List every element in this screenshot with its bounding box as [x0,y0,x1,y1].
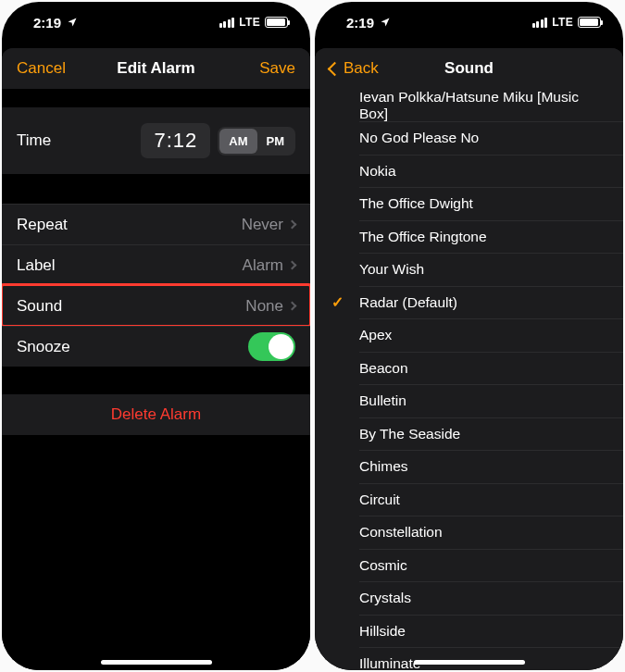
battery-icon [578,17,601,28]
sound-item-label: The Office Dwight [359,195,473,212]
repeat-label: Repeat [17,216,68,234]
sound-item[interactable]: ✓Radar (Default) [315,286,623,319]
sound-item[interactable]: Ievan Polkka/Hatsune Miku [Music Box] [315,89,623,122]
sound-item-label: Circuit [359,492,400,508]
home-indicator[interactable] [414,660,525,665]
sound-item-label: Chimes [359,458,408,475]
time-value-field[interactable]: 7:12 [141,123,210,158]
time-row: Time 7:12 AM PM [2,107,310,174]
sound-item-label: Cosmic [359,557,407,574]
delete-alarm-button[interactable]: Delete Alarm [2,394,310,435]
label-row[interactable]: Label Alarm [2,244,310,285]
sound-row[interactable]: Sound None [2,285,310,326]
back-button[interactable]: Back [330,59,379,78]
sound-item[interactable]: Bulletin [315,385,623,418]
battery-icon [265,17,288,28]
cell-signal-icon [219,18,235,28]
check-icon: ✓ [331,293,344,311]
sound-item-label: No God Please No [359,130,479,146]
sound-item-label: Your Wish [359,261,424,278]
status-time: 2:19 [346,15,374,31]
chevron-right-icon [288,302,297,311]
sound-item[interactable]: By The Seaside [315,417,623,451]
repeat-row[interactable]: Repeat Never [2,204,310,244]
sound-value: None [245,297,283,316]
sound-item[interactable]: Circuit [315,483,623,516]
cancel-button[interactable]: Cancel [17,59,66,78]
sound-item[interactable]: Nokia [315,155,623,188]
pm-option[interactable]: PM [257,129,294,154]
am-option[interactable]: AM [219,129,256,154]
nav-bar: Back Sound [315,48,623,89]
sound-item-label: Apex [359,327,392,343]
sound-item[interactable]: Your Wish [315,254,623,287]
phone-edit-alarm: 2:19 LTE Cancel Edit Alarm Save [2,2,310,670]
sound-item-label: By The Seaside [359,426,460,442]
chevron-right-icon [288,220,297,230]
status-time: 2:19 [33,15,61,31]
sound-item[interactable]: Apex [315,319,623,353]
label-label: Label [17,256,56,275]
cell-signal-icon [532,18,548,28]
sound-item-label: Crystals [359,590,411,606]
nav-bar: Cancel Edit Alarm Save [2,48,310,89]
sound-item-label: Hillside [359,623,406,640]
sound-item-label: Illuminate [359,655,420,670]
sound-item-label: Beacon [359,360,408,377]
location-icon [67,15,78,31]
snooze-row: Snooze [2,326,310,367]
sound-item-label: Nokia [359,163,396,180]
sound-item[interactable]: No God Please No [315,122,623,156]
repeat-value: Never [242,216,283,234]
sound-item-label: Radar (Default) [359,294,457,311]
label-value: Alarm [243,256,283,275]
chevron-right-icon [288,261,297,270]
sound-item[interactable]: The Office Dwight [315,188,623,221]
ampm-segmented[interactable]: AM PM [218,127,295,156]
snooze-toggle[interactable] [248,332,295,361]
location-icon [380,15,391,31]
sound-item[interactable]: Chimes [315,451,623,484]
sound-label: Sound [17,297,62,316]
status-bar: 2:19 LTE [2,2,310,39]
sound-item[interactable]: Beacon [315,352,623,385]
status-bar: 2:19 LTE [315,2,623,39]
time-label: Time [17,131,51,150]
home-indicator[interactable] [101,660,212,665]
save-button[interactable]: Save [259,59,295,78]
snooze-label: Snooze [17,338,70,356]
sound-item-label: Bulletin [359,392,406,409]
sound-item[interactable]: Hillside [315,615,623,648]
sound-item-label: Constellation [359,524,443,541]
sound-item[interactable]: Crystals [315,582,623,616]
sound-item[interactable]: Cosmic [315,549,623,582]
network-label: LTE [239,16,260,29]
sound-item[interactable]: The Office Ringtone [315,220,623,254]
sound-item[interactable]: Illuminate [315,648,623,671]
sound-item-label: Ievan Polkka/Hatsune Miku [Music Box] [359,89,608,122]
sound-item[interactable]: Constellation [315,516,623,550]
sound-item-label: The Office Ringtone [359,229,487,245]
phone-sound-list: 2:19 LTE Back Sound Ievan Polkka/Hatsune… [315,2,623,670]
network-label: LTE [552,16,573,29]
sound-list[interactable]: Ievan Polkka/Hatsune Miku [Music Box]No … [315,89,623,670]
